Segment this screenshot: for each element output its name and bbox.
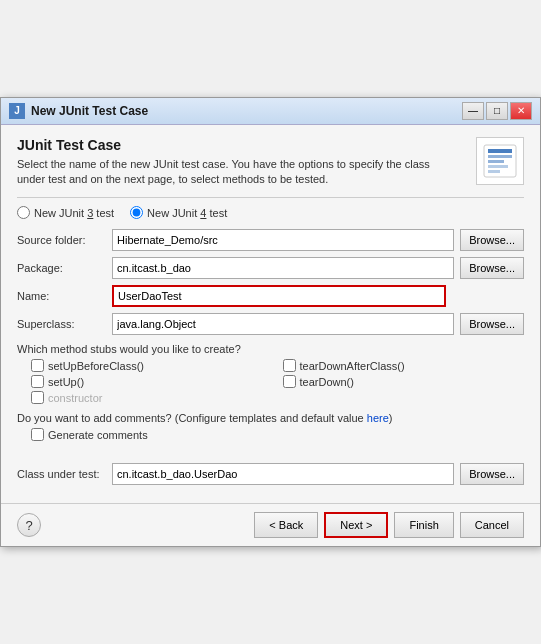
title-bar: J New JUnit Test Case — □ ✕	[1, 98, 540, 125]
finish-button[interactable]: Finish	[394, 512, 453, 538]
setup-before-class-label: setUpBeforeClass()	[48, 360, 144, 372]
teardown-after-class-label: tearDownAfterClass()	[300, 360, 405, 372]
svg-rect-2	[488, 155, 512, 158]
close-button[interactable]: ✕	[510, 102, 532, 120]
source-folder-label: Source folder:	[17, 234, 112, 246]
superclass-browse-button[interactable]: Browse...	[460, 313, 524, 335]
dialog-content: JUnit Test Case Select the name of the n…	[1, 125, 540, 504]
here-link[interactable]: here	[367, 412, 389, 424]
junit-version-group: New JUnit 3 test New JUnit 4 test	[17, 206, 524, 219]
junit4-option[interactable]: New JUnit 4 test	[130, 206, 227, 219]
window-icon: J	[9, 103, 25, 119]
generate-comments-checkbox[interactable]	[31, 428, 44, 441]
class-under-test-label: Class under test:	[17, 468, 112, 480]
title-bar-controls: — □ ✕	[462, 102, 532, 120]
class-under-test-input[interactable]	[112, 463, 454, 485]
comments-question: Do you want to add comments? (Configure …	[17, 412, 524, 424]
setup-checkbox[interactable]	[31, 375, 44, 388]
svg-rect-3	[488, 160, 504, 163]
junit4-radio[interactable]	[130, 206, 143, 219]
junit3-option[interactable]: New JUnit 3 test	[17, 206, 114, 219]
setup-option[interactable]: setUp()	[31, 375, 273, 388]
superclass-row: Superclass: Browse...	[17, 313, 524, 335]
junit3-label: New JUnit 3 test	[34, 207, 114, 219]
footer-left: ?	[17, 513, 41, 537]
svg-rect-4	[488, 165, 508, 168]
setup-before-class-checkbox[interactable]	[31, 359, 44, 372]
name-label: Name:	[17, 290, 112, 302]
dialog-title: JUnit Test Case	[17, 137, 447, 153]
spacer	[17, 449, 524, 463]
method-stubs-grid: setUpBeforeClass() tearDownAfterClass() …	[31, 359, 524, 404]
source-folder-browse-button[interactable]: Browse...	[460, 229, 524, 251]
dialog-window: J New JUnit Test Case — □ ✕ JUnit Test C…	[0, 97, 541, 548]
next-button[interactable]: Next >	[324, 512, 388, 538]
source-folder-input[interactable]	[112, 229, 454, 251]
constructor-label: constructor	[48, 392, 102, 404]
teardown-after-class-option[interactable]: tearDownAfterClass()	[283, 359, 525, 372]
generate-comments-row: Generate comments	[31, 428, 524, 441]
junit4-label: New JUnit 4 test	[147, 207, 227, 219]
generate-comments-label: Generate comments	[48, 429, 148, 441]
package-row: Package: Browse...	[17, 257, 524, 279]
svg-rect-1	[488, 149, 512, 153]
package-input[interactable]	[112, 257, 454, 279]
comments-section: Do you want to add comments? (Configure …	[17, 412, 524, 441]
setup-label: setUp()	[48, 376, 84, 388]
junit-icon	[482, 143, 518, 179]
superclass-input[interactable]	[112, 313, 454, 335]
junit3-radio[interactable]	[17, 206, 30, 219]
package-label: Package:	[17, 262, 112, 274]
teardown-checkbox[interactable]	[283, 375, 296, 388]
dialog-description: Select the name of the new JUnit test ca…	[17, 157, 447, 188]
title-bar-left: J New JUnit Test Case	[9, 103, 148, 119]
back-button[interactable]: < Back	[254, 512, 318, 538]
constructor-option[interactable]: constructor	[31, 391, 273, 404]
package-browse-button[interactable]: Browse...	[460, 257, 524, 279]
header-text: JUnit Test Case Select the name of the n…	[17, 137, 447, 188]
constructor-checkbox[interactable]	[31, 391, 44, 404]
method-stubs-label: Which method stubs would you like to cre…	[17, 343, 524, 355]
header-section: JUnit Test Case Select the name of the n…	[17, 137, 524, 188]
superclass-label: Superclass:	[17, 318, 112, 330]
class-under-test-browse-button[interactable]: Browse...	[460, 463, 524, 485]
svg-rect-5	[488, 170, 500, 173]
name-row: Name:	[17, 285, 524, 307]
teardown-option[interactable]: tearDown()	[283, 375, 525, 388]
minimize-button[interactable]: —	[462, 102, 484, 120]
teardown-after-class-checkbox[interactable]	[283, 359, 296, 372]
window-title: New JUnit Test Case	[31, 104, 148, 118]
class-under-test-row: Class under test: Browse...	[17, 463, 524, 485]
footer-section: ? < Back Next > Finish Cancel	[1, 503, 540, 546]
junit-icon-container	[476, 137, 524, 185]
footer-right: < Back Next > Finish Cancel	[254, 512, 524, 538]
header-divider	[17, 197, 524, 198]
name-input[interactable]	[112, 285, 446, 307]
cancel-button[interactable]: Cancel	[460, 512, 524, 538]
setup-before-class-option[interactable]: setUpBeforeClass()	[31, 359, 273, 372]
teardown-label: tearDown()	[300, 376, 354, 388]
help-button[interactable]: ?	[17, 513, 41, 537]
source-folder-row: Source folder: Browse...	[17, 229, 524, 251]
maximize-button[interactable]: □	[486, 102, 508, 120]
